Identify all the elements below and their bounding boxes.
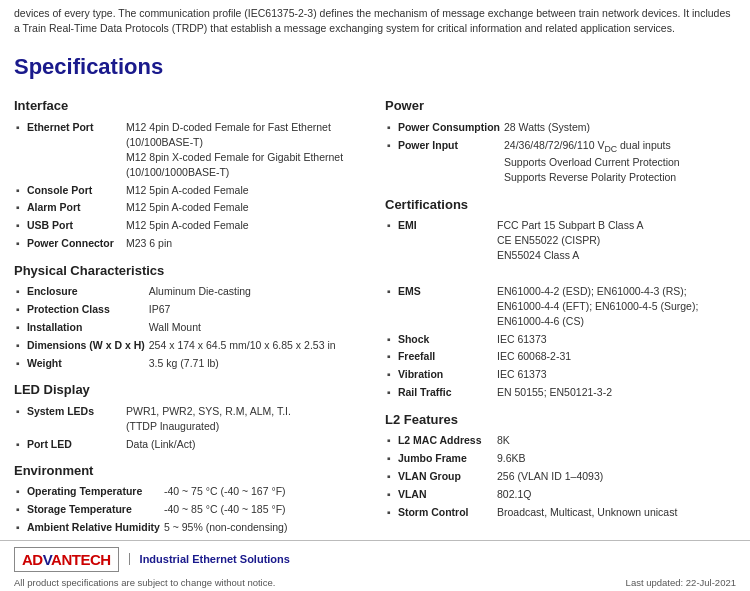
table-row: ▪ Ethernet Port M12 4pin D-coded Female …	[14, 118, 365, 181]
emi-value: FCC Part 15 Subpart B Class ACE EN55022 …	[495, 217, 736, 265]
page-wrapper: devices of every type. The communication…	[0, 0, 750, 591]
table-row: ▪ System LEDs PWR1, PWR2, SYS, R.M, ALM,…	[14, 402, 365, 435]
bullet-icon: ▪	[387, 505, 395, 520]
power-input-label: Power Input	[398, 139, 458, 151]
port-led-label: Port LED	[27, 438, 72, 450]
bullet-icon: ▪	[16, 484, 24, 499]
bullet-icon: ▪	[16, 200, 24, 215]
storm-control-label: Storm Control	[398, 506, 469, 518]
table-row: ▪ Power Input 24/36/48/72/96/110 VDC dua…	[385, 136, 736, 186]
disclaimer-text: All product specifications are subject t…	[14, 577, 275, 588]
bullet-icon: ▪	[16, 356, 24, 371]
jumbo-frame-value: 9.6KB	[495, 450, 736, 468]
power-connector-value: M23 6 pin	[124, 235, 365, 253]
physical-table: ▪ Enclosure Aluminum Die-casting ▪ Prote…	[14, 283, 365, 373]
vibration-label: Vibration	[398, 368, 443, 380]
certifications-title: Certifications	[385, 197, 736, 212]
storm-control-value: Broadcast, Multicast, Unknown unicast	[495, 503, 736, 521]
rail-traffic-value: EN 50155; EN50121-3-2	[495, 384, 736, 402]
power-table: ▪ Power Consumption 28 Watts (System) ▪ …	[385, 118, 736, 186]
intro-text: devices of every type. The communication…	[0, 0, 750, 44]
table-row: ▪ Vibration IEC 61373	[385, 366, 736, 384]
bullet-icon: ▪	[16, 120, 24, 135]
table-row: ▪ L2 MAC Address 8K	[385, 432, 736, 450]
bullet-icon: ▪	[387, 138, 395, 153]
installation-label: Installation	[27, 321, 82, 333]
operating-temp-value: -40 ~ 75 °C (-40 ~ 167 °F)	[162, 483, 365, 501]
usb-port-label: USB Port	[27, 219, 73, 231]
logo-ad: AD	[22, 551, 43, 568]
table-row: ▪ Jumbo Frame 9.6KB	[385, 450, 736, 468]
bullet-icon: ▪	[16, 404, 24, 419]
protection-class-label: Protection Class	[27, 303, 110, 315]
humidity-label: Ambient Relative Humidity	[27, 521, 160, 533]
weight-value: 3.5 kg (7.71 lb)	[147, 354, 365, 372]
logo-antech: ANTECH	[51, 551, 111, 568]
footer-bottom: All product specifications are subject t…	[0, 575, 750, 591]
environment-title: Environment	[14, 463, 365, 478]
certifications-table: ▪ EMI FCC Part 15 Subpart B Class ACE EN…	[385, 217, 736, 402]
bullet-icon: ▪	[387, 218, 395, 233]
vlan-label: VLAN	[398, 488, 427, 500]
bullet-icon: ▪	[16, 302, 24, 317]
table-row: ▪ EMI FCC Part 15 Subpart B Class ACE EN…	[385, 217, 736, 265]
l2-title: L2 Features	[385, 412, 736, 427]
bullet-icon: ▪	[16, 284, 24, 299]
weight-label: Weight	[27, 357, 62, 369]
bullet-icon: ▪	[16, 520, 24, 535]
bullet-icon: ▪	[387, 367, 395, 382]
bullet-icon: ▪	[16, 236, 24, 251]
bullet-icon: ▪	[387, 284, 395, 299]
table-row: ▪ Port LED Data (Link/Act)	[14, 435, 365, 453]
left-column: Interface ▪ Ethernet Port M12 4pin D-cod…	[14, 88, 365, 540]
enclosure-value: Aluminum Die-casting	[147, 283, 365, 301]
table-row: ▪ Storm Control Broadcast, Multicast, Un…	[385, 503, 736, 521]
ethernet-port-label: Ethernet Port	[27, 121, 94, 133]
table-row: ▪ Alarm Port M12 5pin A-coded Female	[14, 199, 365, 217]
table-row: ▪ Console Port M12 5pin A-coded Female	[14, 181, 365, 199]
ethernet-port-value: M12 4pin D-coded Female for Fast Etherne…	[124, 118, 365, 181]
console-port-label: Console Port	[27, 184, 92, 196]
interface-table: ▪ Ethernet Port M12 4pin D-coded Female …	[14, 118, 365, 252]
console-port-value: M12 5pin A-coded Female	[124, 181, 365, 199]
rail-traffic-label: Rail Traffic	[398, 386, 452, 398]
table-row	[385, 264, 736, 282]
storage-temp-label: Storage Temperature	[27, 503, 132, 515]
vlan-value: 802.1Q	[495, 485, 736, 503]
footer-inner: ADVANTECH Industrial Ethernet Solutions	[0, 540, 750, 575]
power-consumption-value: 28 Watts (System)	[502, 118, 736, 136]
power-title: Power	[385, 98, 736, 113]
power-input-value: 24/36/48/72/96/110 VDC dual inputsSuppor…	[502, 136, 736, 186]
bullet-icon: ▪	[387, 451, 395, 466]
system-leds-label: System LEDs	[27, 405, 94, 417]
freefall-value: IEC 60068-2-31	[495, 348, 736, 366]
table-row: ▪ Installation Wall Mount	[14, 319, 365, 337]
port-led-value: Data (Link/Act)	[124, 435, 365, 453]
usb-port-value: M12 5pin A-coded Female	[124, 217, 365, 235]
power-consumption-label: Power Consumption	[398, 121, 500, 133]
logo-v: V	[43, 551, 51, 568]
bullet-icon: ▪	[387, 487, 395, 502]
table-row: ▪ Operating Temperature -40 ~ 75 °C (-40…	[14, 483, 365, 501]
bullet-icon: ▪	[16, 320, 24, 335]
specs-heading: Specifications	[0, 44, 750, 88]
dimensions-value: 254 x 174 x 64.5 mm/10 x 6.85 x 2.53 in	[147, 336, 365, 354]
power-connector-label: Power Connector	[27, 237, 114, 249]
table-row: ▪ Weight 3.5 kg (7.71 lb)	[14, 354, 365, 372]
bullet-icon: ▪	[16, 502, 24, 517]
vlan-group-value: 256 (VLAN ID 1–4093)	[495, 467, 736, 485]
table-row: ▪ Storage Temperature -40 ~ 85 °C (-40 ~…	[14, 501, 365, 519]
table-row: ▪ Power Connector M23 6 pin	[14, 235, 365, 253]
emi-label: EMI	[398, 219, 417, 231]
table-row: ▪ Protection Class IP67	[14, 301, 365, 319]
bullet-icon: ▪	[16, 218, 24, 233]
last-updated-text: Last updated: 22-Jul-2021	[626, 577, 736, 588]
physical-title: Physical Characteristics	[14, 263, 365, 278]
table-row: ▪ Dimensions (W x D x H) 254 x 174 x 64.…	[14, 336, 365, 354]
table-row: ▪ USB Port M12 5pin A-coded Female	[14, 217, 365, 235]
led-table: ▪ System LEDs PWR1, PWR2, SYS, R.M, ALM,…	[14, 402, 365, 453]
ems-value: EN61000-4-2 (ESD); EN61000-4-3 (RS);EN61…	[495, 282, 736, 330]
bullet-icon: ▪	[16, 338, 24, 353]
l2-mac-label: L2 MAC Address	[398, 434, 482, 446]
ems-label: EMS	[398, 285, 421, 297]
